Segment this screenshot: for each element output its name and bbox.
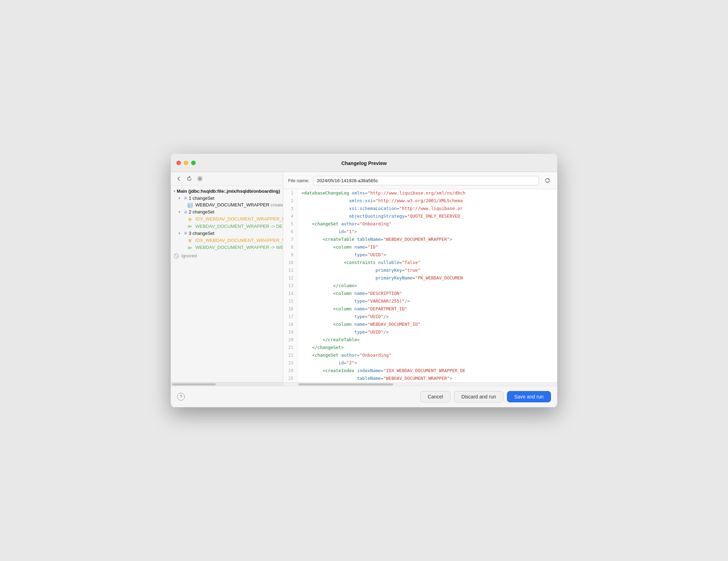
line-content: primaryKeyName="PK_WEBDAV_DOCUMEN (298, 274, 463, 282)
changeset1-chevron: ▾ (178, 196, 183, 200)
changeset2-chevron: ▾ (178, 210, 183, 214)
changeset1-label: 1 changeSet (189, 196, 214, 201)
line-number: 1 (283, 189, 298, 197)
line-content: <createTable tableName="WEBDAV_DOCUMENT_… (298, 236, 452, 243)
tree-item-fk1[interactable]: ▶ WEBDAV_DOCUMENT_WRAPPER -> DEPARTME... (171, 223, 283, 230)
line-number: 7 (283, 236, 298, 243)
idx2-label: IDX_WEBDAV_DOCUMENT_WRAPPER_WEBDAV... (195, 238, 283, 243)
fk-icon-1 (188, 223, 193, 229)
code-line: 11 primaryKey="true" (283, 266, 557, 274)
refresh-tree-icon[interactable] (186, 175, 193, 183)
right-panel: File name: 1<databaseChangeLog xmlns="ht… (283, 172, 557, 386)
line-number: 18 (283, 321, 298, 328)
code-line: 13 </column> (283, 282, 557, 290)
cancel-button[interactable]: Cancel (420, 391, 450, 402)
line-number: 23 (283, 359, 298, 367)
code-line: 16 <column name="DEPARTMENT_ID" (283, 305, 557, 313)
file-name-bar: File name: (283, 172, 557, 189)
code-line: 14 <column name="DESCRIPTION" (283, 290, 557, 297)
tree-item-fk2[interactable]: ▶ WEBDAV_DOCUMENT_WRAPPER -> WEBDAV_W... (171, 244, 283, 251)
tree-changeset-3[interactable]: ▾ ≡ 3 changeSet (171, 230, 283, 237)
file-name-label: File name: (288, 178, 310, 183)
line-number: 9 (283, 251, 298, 259)
line-content: </column> (298, 282, 357, 290)
code-line: 9 type="UUID"> (283, 251, 557, 259)
line-number: 25 (283, 375, 298, 382)
tree-root[interactable]: ▾ Main (jdbc:hsqldb:file:.jmix/hsqldb/on… (171, 188, 283, 194)
table-icon (188, 202, 193, 208)
settings-icon[interactable] (196, 175, 204, 183)
line-number: 14 (283, 290, 298, 297)
fk-icon-2 (188, 244, 193, 250)
tree-changeset-1[interactable]: ▾ ≡ 1 changeSet (171, 194, 283, 202)
line-number: 12 (283, 274, 298, 282)
code-view[interactable]: 1<databaseChangeLog xmlns="http://www.li… (283, 189, 557, 382)
tree-container[interactable]: ▾ Main (jdbc:hsqldb:file:.jmix/hsqldb/on… (171, 186, 283, 382)
line-content: </createTable> (298, 336, 360, 344)
maximize-button[interactable] (191, 160, 196, 165)
code-line: 12 primaryKeyName="PK_WEBDAV_DOCUMEN (283, 274, 557, 282)
changeset1-icon: ≡ (184, 195, 187, 201)
index-icon-1 (188, 216, 193, 222)
code-line: 22 <changeSet author="Onboarding" (283, 351, 557, 359)
line-number: 10 (283, 259, 298, 266)
code-line: 2 xmlns:xsi="http://www.w3.org/2001/XMLS… (283, 197, 557, 205)
close-button[interactable] (176, 160, 181, 165)
code-line: 24 <createIndex indexName="IDX_WEBDAV_DO… (283, 367, 557, 375)
help-button[interactable]: ? (177, 393, 185, 401)
left-toolbar (171, 172, 283, 186)
line-content: <changeSet author="Onboarding" (298, 351, 391, 359)
window: Changelog Preview (171, 154, 557, 407)
code-line: 20 </createTable> (283, 336, 557, 344)
changeset3-icon: ≡ (184, 230, 187, 236)
save-and-run-button[interactable]: Save and run (507, 391, 551, 402)
line-number: 24 (283, 367, 298, 375)
changeset3-label: 3 changeSet (189, 231, 214, 236)
line-number: 2 (283, 197, 298, 205)
code-area: 1<databaseChangeLog xmlns="http://www.li… (283, 189, 557, 386)
help-label: ? (180, 394, 182, 399)
tree-item-idx2[interactable]: ▶ IDX_WEBDAV_DOCUMENT_WRAPPER_WEBDAV... (171, 237, 283, 244)
code-line: 8 <column name="ID" (283, 243, 557, 251)
tree-item-idx1[interactable]: ▶ IDX_WEBDAV_DOCUMENT_WRAPPER_DEPARTN... (171, 216, 283, 223)
ignored-section: Ignored (171, 251, 283, 261)
line-content: <column name="WEBDAV_DOCUMENT_ID" (298, 321, 421, 328)
line-content: type="UUID"/> (298, 313, 389, 321)
changeset2-label: 2 changeSet (189, 209, 214, 214)
line-content: objectQuotingStrategy="QUOTE_ONLY_RESERV… (298, 212, 463, 220)
root-chevron: ▾ (174, 189, 175, 193)
line-number: 17 (283, 313, 298, 321)
tree-scrollbar-thumb[interactable] (172, 383, 216, 385)
ignored-icon (174, 253, 179, 259)
tree-changeset-2[interactable]: ▾ ≡ 2 changeSet (171, 209, 283, 216)
idx1-label: IDX_WEBDAV_DOCUMENT_WRAPPER_DEPARTN... (195, 216, 283, 222)
tree-item-createtable[interactable]: ▶ WEBDAV_DOCUMENT_WRAPPER createTable (171, 202, 283, 209)
tree-scrollbar[interactable] (171, 382, 283, 386)
line-content: xmlns:xsi="http://www.w3.org/2001/XMLSch… (298, 197, 463, 205)
code-line: 23 id="2"> (283, 359, 557, 367)
code-line: 4 objectQuotingStrategy="QUOTE_ONLY_RESE… (283, 212, 557, 220)
line-content: id="1"> (298, 228, 357, 236)
code-line: 10 <constraints nullable="false" (283, 259, 557, 266)
main-content: ▾ Main (jdbc:hsqldb:file:.jmix/hsqldb/on… (171, 172, 557, 386)
line-content: <changeSet author="Onboarding" (298, 220, 391, 228)
file-name-input[interactable] (313, 176, 539, 185)
code-scrollbar-thumb[interactable] (298, 383, 393, 385)
line-number: 6 (283, 228, 298, 236)
line-content: <databaseChangeLog xmlns="http://www.liq… (298, 189, 466, 197)
code-line: 7 <createTable tableName="WEBDAV_DOCUMEN… (283, 236, 557, 243)
createtable-label: WEBDAV_DOCUMENT_WRAPPER createTable (195, 202, 283, 207)
svg-point-7 (189, 241, 191, 242)
file-name-refresh-button[interactable] (542, 176, 552, 185)
left-panel: ▾ Main (jdbc:hsqldb:file:.jmix/hsqldb/on… (171, 172, 283, 386)
code-line: 18 <column name="WEBDAV_DOCUMENT_ID" (283, 321, 557, 328)
discard-and-run-button[interactable]: Discard and run (454, 391, 503, 402)
minimize-button[interactable] (184, 160, 188, 165)
line-number: 21 (283, 344, 298, 351)
line-content: <column name="ID" (298, 243, 378, 251)
line-number: 3 (283, 205, 298, 212)
line-number: 5 (283, 220, 298, 228)
back-icon[interactable] (175, 175, 183, 183)
code-scrollbar[interactable] (283, 382, 557, 386)
fk2-label: WEBDAV_DOCUMENT_WRAPPER -> WEBDAV_W... (195, 245, 283, 250)
